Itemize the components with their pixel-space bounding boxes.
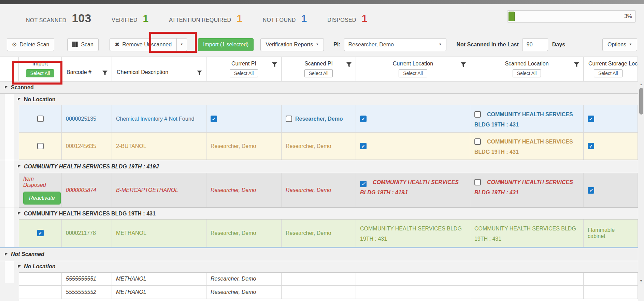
not-scanned-in-last-label: Not Scanned in the Last (457, 42, 519, 48)
group-header-not-scanned[interactable]: Not Scanned (0, 247, 638, 261)
options-button[interactable]: Options ▼ (602, 38, 637, 51)
scanned-location-checkbox[interactable] (474, 111, 481, 118)
filter-icon[interactable] (461, 62, 466, 67)
remove-unscanned-label: Remove Unscanned (122, 42, 172, 48)
stat-label: NOT SCANNED (26, 17, 66, 24)
filter-icon[interactable] (574, 62, 579, 67)
stat-attention-required: ATTENTION REQUIRED 1 (169, 13, 242, 24)
scanned-pi-value: Researcher, Demo (286, 143, 331, 149)
scanned-location-value: COMMUNITY HEALTH SERVICES BLDG 19TH : 43… (474, 226, 576, 242)
scanned-location-checkbox[interactable] (474, 138, 481, 145)
current-location-checkbox[interactable] (360, 116, 367, 122)
header-gutter (0, 57, 19, 81)
group-header-scanned[interactable]: Scanned (0, 81, 638, 93)
scan-button[interactable]: Scan (67, 38, 98, 51)
header-barcode-column[interactable]: Barcode # (62, 57, 112, 81)
table-row-5555555552[interactable]: 5555555552 METHANOL Researcher, Demo (19, 285, 638, 299)
window-top-strip (0, 0, 644, 4)
scanned-pi-select-all-button[interactable]: Select All (304, 69, 333, 77)
header-scanned-location-column[interactable]: Scanned Location Select All (470, 57, 584, 81)
filter-icon[interactable] (346, 62, 352, 67)
header-storage-location-column[interactable]: Current Storage Locat Select All (584, 57, 638, 81)
days-input[interactable] (522, 38, 548, 51)
remove-unscanned-split-button: ✖ Remove Unscanned ▼ (110, 38, 187, 51)
import-selected-label: Import (1 selected) (203, 42, 248, 48)
group-label: Not Scanned (11, 251, 44, 257)
filter-icon[interactable] (272, 62, 277, 67)
collapse-triangle-icon (18, 98, 21, 101)
stat-value: 1 (237, 13, 242, 24)
vertical-scrollbar-thumb[interactable] (639, 88, 643, 115)
chemical-description-value: METHANOL (116, 230, 146, 236)
row-group: 0000025135 Chemical Inventory # Not Foun… (19, 105, 638, 160)
stat-not-found: NOT FOUND 1 (263, 13, 307, 24)
import-checkbox[interactable] (37, 116, 44, 122)
verification-reports-label: Verification Reports (266, 42, 313, 48)
filter-icon[interactable] (197, 71, 202, 75)
filter-icon[interactable] (102, 71, 108, 75)
stat-value: 1 (361, 13, 367, 24)
header-current-location-column[interactable]: Current Location Select All (356, 57, 470, 81)
current-location-checkbox[interactable] (360, 181, 367, 187)
remove-unscanned-dropdown-button[interactable]: ▼ (176, 38, 187, 51)
import-column-title: Import (32, 61, 48, 67)
current-location-checkbox[interactable] (360, 143, 367, 149)
table-row-0000005874[interactable]: Item Disposed Reactivate 0000005874 B-ME… (19, 173, 638, 207)
progress-fill (509, 12, 515, 21)
group-header-bldg-19th-431[interactable]: COMMUNITY HEALTH SERVICES BLDG 19TH : 43… (0, 208, 638, 219)
pi-selected-value: Researcher, Demo (348, 42, 394, 48)
storage-location-checkbox[interactable] (588, 143, 594, 149)
storage-location-checkbox[interactable] (588, 187, 594, 194)
row-group: 0000211778 METHANOL Researcher, Demo Res… (19, 219, 638, 247)
stat-not-scanned: NOT SCANNED 103 (26, 12, 91, 25)
header-chemical-description-column[interactable]: Chemical Description (112, 57, 206, 81)
barcode-value: 5555555551 (66, 276, 96, 282)
storage-location-checkbox[interactable] (588, 116, 594, 122)
import-selected-button[interactable]: Import (1 selected) (198, 38, 254, 51)
pi-select[interactable]: Researcher, Demo ▼ (344, 38, 446, 51)
scanned-pi-checkbox[interactable] (286, 116, 292, 122)
collapse-triangle-icon (18, 265, 21, 268)
caret-down-icon: ▼ (180, 43, 183, 46)
remove-unscanned-button[interactable]: ✖ Remove Unscanned (110, 38, 177, 51)
days-label: Days (552, 42, 565, 48)
vertical-scrollbar[interactable]: ▲ ▼ (638, 81, 644, 284)
storage-location-select-all-button[interactable]: Select All (594, 69, 622, 77)
group-label: No Location (24, 96, 55, 103)
import-checkbox[interactable] (37, 230, 44, 236)
scanned-location-checkbox[interactable] (474, 179, 481, 185)
group-header-no-location[interactable]: No Location (0, 93, 638, 105)
stat-value: 1 (301, 13, 307, 24)
grid-header: Import Select All Barcode # Chemical Des… (0, 57, 638, 81)
current-pi-value: Researcher, Demo (211, 230, 256, 236)
delete-scan-button[interactable]: ⊗ Delete Scan (7, 38, 54, 51)
options-label: Options (607, 42, 626, 48)
import-select-all-button[interactable]: Select All (26, 69, 55, 77)
current-pi-checkbox[interactable] (211, 116, 217, 122)
storage-location-column-title: Current Storage Locat (584, 61, 638, 67)
current-pi-value: Researcher, Demo (211, 143, 256, 149)
scroll-down-icon[interactable]: ▼ (640, 279, 643, 283)
stat-label: NOT FOUND (263, 17, 296, 23)
delete-scan-label: Delete Scan (19, 42, 49, 48)
group-header-bldg-19th-419j[interactable]: COMMUNITY HEALTH SERVICES BLDG 19TH : 41… (0, 160, 638, 173)
verification-reports-button[interactable]: Verification Reports ▼ (260, 38, 324, 51)
header-scanned-pi-column[interactable]: Scanned PI Select All (282, 57, 356, 81)
table-row-5555555551[interactable]: 5555555551 METHANOL Researcher, Demo (19, 273, 638, 285)
table-row-0000211778[interactable]: 0000211778 METHANOL Researcher, Demo Res… (19, 220, 638, 246)
scan-progress-bar: 3% (507, 10, 636, 22)
group-header-no-location-2[interactable]: No Location (0, 261, 638, 272)
collapse-triangle-icon (5, 253, 8, 256)
current-location-select-all-button[interactable]: Select All (399, 69, 427, 77)
scanned-location-select-all-button[interactable]: Select All (513, 69, 541, 77)
scroll-up-icon[interactable]: ▲ (640, 82, 643, 86)
barcode-value: 0000005874 (66, 187, 96, 193)
header-current-pi-column[interactable]: Current PI Select All (206, 57, 282, 81)
table-row-0001245635[interactable]: 0001245635 2-BUTANOL Researcher, Demo Re… (19, 132, 638, 160)
current-pi-select-all-button[interactable]: Select All (230, 69, 258, 77)
table-row-0000025135[interactable]: 0000025135 Chemical Inventory # Not Foun… (19, 105, 638, 132)
import-checkbox[interactable] (37, 143, 44, 149)
stat-value: 1 (143, 13, 149, 24)
group-label: COMMUNITY HEALTH SERVICES BLDG 19TH : 41… (24, 164, 159, 170)
reactivate-button[interactable]: Reactivate (23, 192, 61, 205)
